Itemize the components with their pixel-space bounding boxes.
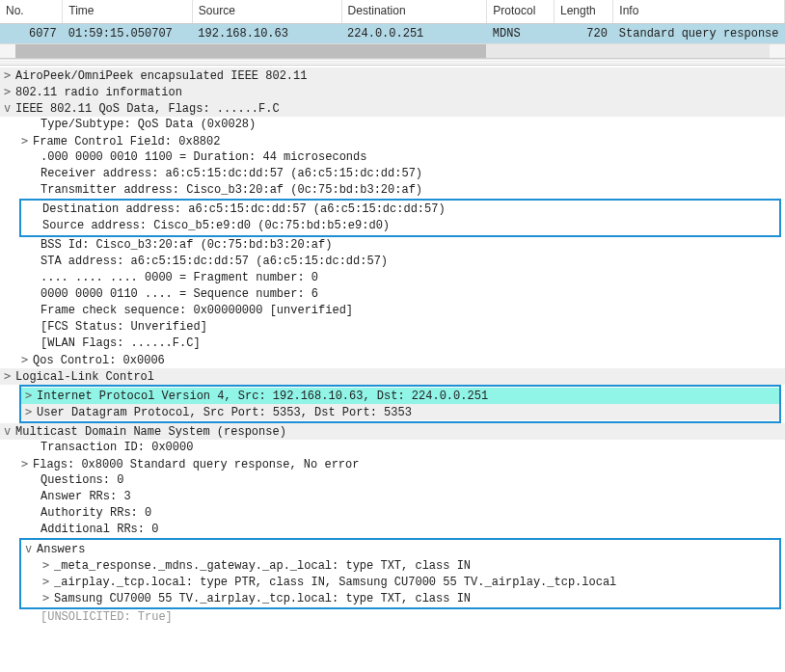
pane-separator[interactable] xyxy=(0,58,785,66)
cell-time: 01:59:15.050707 xyxy=(63,24,193,44)
expand-icon[interactable]: > xyxy=(21,456,33,472)
tree-answers[interactable]: vAnswers xyxy=(21,541,779,557)
field-destination-addr[interactable]: Destination address: a6:c5:15:dc:dd:57 (… xyxy=(21,202,779,218)
packet-detail-tree[interactable]: >AiroPeek/OmniPeek encapsulated IEEE 802… xyxy=(0,66,785,626)
answer-record[interactable]: >_airplay._tcp.local: type PTR, class IN… xyxy=(21,574,779,590)
expand-icon[interactable]: > xyxy=(25,404,37,420)
field-qos-control[interactable]: >Qos Control: 0x0006 xyxy=(0,352,785,368)
field-answer-rrs[interactable]: Answer RRs: 3 xyxy=(0,489,785,505)
cell-protocol: MDNS xyxy=(487,24,555,44)
collapse-icon[interactable]: v xyxy=(25,541,37,557)
tree-label: IEEE 802.11 QoS Data, Flags: ......F.C xyxy=(15,102,280,116)
field-frame-control[interactable]: >Frame Control Field: 0x8802 xyxy=(0,133,785,149)
collapse-icon[interactable]: v xyxy=(4,100,15,117)
tree-llc[interactable]: >Logical-Link Control xyxy=(0,368,785,385)
cell-length: 720 xyxy=(555,24,613,44)
field-fragment[interactable]: .... .... .... 0000 = Fragment number: 0 xyxy=(0,270,785,286)
field-duration[interactable]: .000 0000 0010 1100 = Duration: 44 micro… xyxy=(0,149,785,166)
answer-record[interactable]: >Samsung CU7000 55 TV._airplay._tcp.loca… xyxy=(21,590,779,606)
packet-list-table[interactable]: No. Time Source Destination Protocol Len… xyxy=(0,0,785,43)
field-questions[interactable]: Questions: 0 xyxy=(0,472,785,489)
field-bss-id[interactable]: BSS Id: Cisco_b3:20:af (0c:75:bd:b3:20:a… xyxy=(0,237,785,254)
field-source-addr[interactable]: Source address: Cisco_b5:e9:d0 (0c:75:bd… xyxy=(21,218,779,234)
expand-icon[interactable]: > xyxy=(42,590,54,606)
cell-source: 192.168.10.63 xyxy=(192,24,341,44)
packet-list-header[interactable]: No. Time Source Destination Protocol Len… xyxy=(0,0,785,24)
expand-icon[interactable]: > xyxy=(42,557,54,574)
tree-airopeek[interactable]: >AiroPeek/OmniPeek encapsulated IEEE 802… xyxy=(0,67,785,84)
collapse-icon[interactable]: v xyxy=(4,423,15,440)
tree-label: 802.11 radio information xyxy=(15,86,182,99)
tree-mdns[interactable]: vMulticast Domain Name System (response) xyxy=(0,423,785,440)
field-type-subtype[interactable]: Type/Subtype: QoS Data (0x0028) xyxy=(0,117,785,133)
highlight-box-answers: vAnswers >_meta_response._mdns._gateway.… xyxy=(19,538,781,609)
expand-icon[interactable]: > xyxy=(21,352,33,368)
field-transmitter-addr[interactable]: Transmitter address: Cisco_b3:20:af (0c:… xyxy=(0,182,785,199)
packet-row-selected[interactable]: 6077 01:59:15.050707 192.168.10.63 224.0… xyxy=(0,24,785,44)
horizontal-scrollbar[interactable] xyxy=(0,43,785,58)
field-wlan-flags[interactable]: [WLAN Flags: ......F.C] xyxy=(0,336,785,352)
col-no[interactable]: No. xyxy=(0,0,63,24)
tree-label: AiroPeek/OmniPeek encapsulated IEEE 802.… xyxy=(15,69,307,83)
tree-label: User Datagram Protocol, Src Port: 5353, … xyxy=(37,406,412,419)
field-truncated[interactable]: [UNSOLICITED: True] xyxy=(0,609,785,626)
tree-label: Logical-Link Control xyxy=(15,370,154,384)
expand-icon[interactable]: > xyxy=(4,368,15,385)
col-time[interactable]: Time xyxy=(63,0,193,24)
highlight-box-ip-udp: >Internet Protocol Version 4, Src: 192.1… xyxy=(19,385,781,423)
col-length[interactable]: Length xyxy=(555,0,613,24)
tree-label: Answers xyxy=(37,543,85,556)
tree-udp[interactable]: >User Datagram Protocol, Src Port: 5353,… xyxy=(21,404,779,420)
col-destination[interactable]: Destination xyxy=(341,0,487,24)
tree-radio[interactable]: >802.11 radio information xyxy=(0,84,785,100)
expand-icon[interactable]: > xyxy=(4,84,15,100)
expand-icon[interactable]: > xyxy=(4,67,15,84)
field-receiver-addr[interactable]: Receiver address: a6:c5:15:dc:dd:57 (a6:… xyxy=(0,166,785,182)
tree-ieee80211[interactable]: vIEEE 802.11 QoS Data, Flags: ......F.C xyxy=(0,100,785,117)
field-fcs-status[interactable]: [FCS Status: Unverified] xyxy=(0,319,785,336)
cell-info: Standard query response xyxy=(613,24,785,44)
cell-no: 6077 xyxy=(0,24,63,44)
cell-destination: 224.0.0.251 xyxy=(341,24,487,44)
col-info[interactable]: Info xyxy=(613,0,785,24)
expand-icon[interactable]: > xyxy=(25,388,37,404)
expand-icon[interactable]: > xyxy=(21,133,33,149)
field-fcs[interactable]: Frame check sequence: 0x00000000 [unveri… xyxy=(0,303,785,319)
field-transaction-id[interactable]: Transaction ID: 0x0000 xyxy=(0,440,785,456)
col-source[interactable]: Source xyxy=(192,0,341,24)
expand-icon[interactable]: > xyxy=(42,574,54,590)
field-flags[interactable]: >Flags: 0x8000 Standard query response, … xyxy=(0,456,785,472)
field-authority-rrs[interactable]: Authority RRs: 0 xyxy=(0,505,785,522)
answer-record[interactable]: >_meta_response._mdns._gateway._ap._loca… xyxy=(21,557,779,574)
tree-ipv4[interactable]: >Internet Protocol Version 4, Src: 192.1… xyxy=(21,388,779,404)
field-sta-addr[interactable]: STA address: a6:c5:15:dc:dd:57 (a6:c5:15… xyxy=(0,254,785,270)
highlight-box-addresses: Destination address: a6:c5:15:dc:dd:57 (… xyxy=(19,199,781,237)
tree-label: Multicast Domain Name System (response) xyxy=(15,425,286,439)
field-sequence[interactable]: 0000 0000 0110 .... = Sequence number: 6 xyxy=(0,286,785,303)
field-additional-rrs[interactable]: Additional RRs: 0 xyxy=(0,522,785,538)
scrollbar-thumb[interactable] xyxy=(15,44,486,58)
tree-label: Internet Protocol Version 4, Src: 192.16… xyxy=(37,390,488,403)
col-protocol[interactable]: Protocol xyxy=(487,0,555,24)
